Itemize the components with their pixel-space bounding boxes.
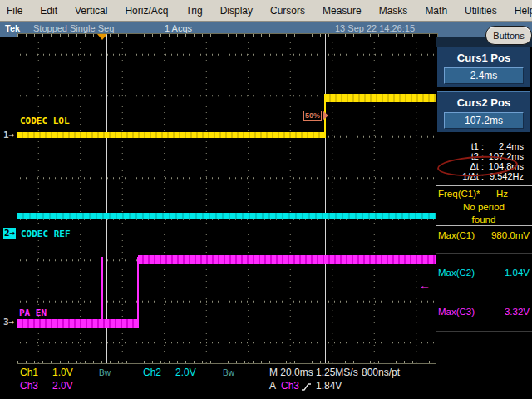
max-c1-value: 980.0mV [491,230,530,240]
ch1-name: Ch1 [20,367,38,378]
trigger-level: 1.84V [316,380,342,392]
max-c2-measurement: Max(C2) 1.04V [436,268,532,278]
right-panel: Curs1 Pos 2.4ms Curs2 Pos 107.2ms t1 : 2… [436,37,532,399]
trigger-position-marker-icon [97,34,107,40]
max-c2-value: 1.04V [505,268,530,278]
menu-item-help[interactable]: Help [515,5,532,17]
graticule: CODEC LOL CODEC REF PA EN 50% ← [17,33,438,364]
max-c2-label: Max(C2) [438,268,475,278]
ch3-trace-glitch-spike [101,257,103,323]
sample-resolution: 800ns/pt [362,367,400,378]
ch3-scale: 2.0V [52,380,73,392]
trigger-level-arrow-icon[interactable]: ← [419,278,431,292]
menu-item-trig[interactable]: Trig [185,5,202,17]
ch3-trace-label: PA EN [19,308,47,318]
t1-row: t1 : 2.4ms [436,141,529,151]
trigger-source: Ch3 [281,380,299,392]
flag-pointer-icon [323,111,328,121]
trigger-source-prefix: A [269,380,276,392]
ch3-trace-low [17,319,139,328]
ch1-trace-high [325,94,437,102]
timebase-readout: M 20.0ms 1.25MS/s [269,367,358,378]
t1-label: t1 : [436,141,484,151]
curs2-section: Curs2 Pos 107.2ms [437,91,530,132]
separator [436,303,532,303]
ch2-reference-marker[interactable]: 2→ [3,228,16,239]
datetime: 13 Sep 22 14:26:15 [335,23,415,33]
max-c1-measurement: Max(C1) 980.0mV [436,230,532,240]
ch2-trace-label: CODEC REF [21,229,71,239]
menu-item-horiz-acq[interactable]: Horiz/Acq [125,5,168,17]
separator [436,185,532,186]
no-period-note-line1: No period [436,202,532,212]
cursor1-line[interactable] [106,34,107,363]
trigger-50-percent-label: 50% [303,111,322,121]
buttons-button[interactable]: Buttons [485,26,532,45]
curs1-section: Curs1 Pos 2.4ms [437,47,530,87]
freq-c1-label: Freq(C1)* [438,189,480,199]
menu-bar: File Edit Vertical Horiz/Acq Trig Displa… [0,0,532,22]
ch2-name: Ch2 [143,367,161,378]
separator [436,225,532,226]
no-period-note-line2: found [436,214,532,224]
menu-item-masks[interactable]: Masks [379,5,408,17]
ch1-reference-marker[interactable]: 1→ [3,130,14,140]
ch1-bandwidth-badge: Bw [99,368,111,377]
trigger-50-percent-flag: 50% [303,111,328,121]
separator [436,331,532,332]
ch2-trace [17,213,437,219]
ch1-trace-label: CODEC LOL [20,116,70,126]
tek-logo: Tek [5,23,20,33]
separator [436,253,532,254]
ch3-name: Ch3 [20,380,38,392]
t1-value: 2.4ms [484,141,529,151]
menu-item-vertical[interactable]: Vertical [75,5,107,17]
ch3-reference-marker[interactable]: 3→ [3,317,14,328]
max-c1-label: Max(C1) [438,230,475,240]
ch3-trace-high [138,255,437,264]
menu-item-edit[interactable]: Edit [40,5,57,17]
menu-item-math[interactable]: Math [425,5,447,17]
menu-item-measure[interactable]: Measure [323,5,362,17]
ch1-trace-low [17,132,325,138]
acquisition-count: 1 Acqs [165,23,192,33]
curs2-title: Curs2 Pos [437,96,530,109]
freq-c1-value: -Hz [493,189,530,199]
menu-item-file[interactable]: File [7,5,22,17]
acquisition-state: Stopped Single Seq [33,23,114,33]
max-c3-label: Max(C3) [438,307,475,317]
rising-edge-icon [301,382,312,392]
max-c3-measurement: Max(C3) 3.32V [436,307,532,317]
freq-c1-measurement: Freq(C1)* -Hz [436,189,532,199]
cursor2-line[interactable] [325,34,326,363]
oscilloscope-screen: File Edit Vertical Horiz/Acq Trig Displa… [0,0,532,399]
ch2-bandwidth-badge: Bw [223,368,234,377]
curs2-value-box[interactable]: 107.2ms [444,112,524,129]
curs1-value-box[interactable]: 2.4ms [444,67,524,84]
menu-item-cursors[interactable]: Cursors [270,5,305,17]
ch2-scale: 2.0V [175,367,196,378]
curs1-title: Curs1 Pos [437,52,530,64]
ch3-trace-rise [137,257,139,328]
max-c3-value: 3.32V [505,307,530,317]
ch1-scale: 1.0V [52,367,73,378]
menu-item-display[interactable]: Display [220,5,253,17]
menu-item-utilities[interactable]: Utilities [465,5,497,17]
